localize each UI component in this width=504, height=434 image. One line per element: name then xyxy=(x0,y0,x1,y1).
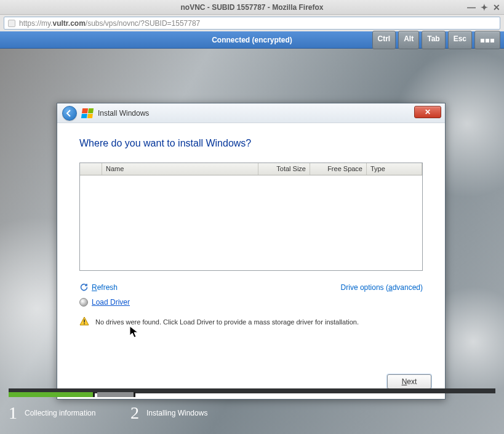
vnc-key-ctrl[interactable]: Ctrl xyxy=(372,31,396,49)
vnc-key-esc[interactable]: Esc xyxy=(448,31,472,49)
col-icon xyxy=(80,163,102,175)
drive-options-post: dvanced) xyxy=(393,283,423,292)
window-title: noVNC - SUBID 1557787 - Mozilla Firefox xyxy=(180,3,323,12)
disc-icon xyxy=(79,298,88,307)
windows-logo-icon xyxy=(81,108,94,118)
refresh-icon xyxy=(79,283,88,292)
col-type[interactable]: Type xyxy=(367,163,422,175)
warning-icon xyxy=(79,316,89,328)
col-name[interactable]: Name xyxy=(102,163,258,175)
load-driver-link[interactable]: Load Driver xyxy=(79,298,130,307)
firefox-titlebar: noVNC - SUBID 1557787 - Mozilla Firefox … xyxy=(0,0,504,15)
drive-list-header: Name Total Size Free Space Type xyxy=(80,163,422,175)
step-1-label: Collecting information xyxy=(25,409,95,417)
progress-step1 xyxy=(9,392,95,397)
dialog-titlebar: Install Windows ✕ xyxy=(57,103,445,123)
page-heading: Where do you want to install Windows? xyxy=(79,138,423,149)
lock-icon xyxy=(8,20,15,27)
vnc-key-alt[interactable]: Alt xyxy=(398,31,419,49)
setup-steps: 1 Collecting information 2 Installing Wi… xyxy=(9,403,495,423)
refresh-label-u: R xyxy=(92,283,97,292)
install-windows-dialog: Install Windows ✕ Where do you want to i… xyxy=(57,103,446,400)
vnc-status-text: Connected (encrypted) xyxy=(212,36,292,44)
warning-row: No drives were found. Click Load Driver … xyxy=(79,316,423,328)
next-button[interactable]: Next xyxy=(387,374,431,389)
vnc-key-tab[interactable]: Tab xyxy=(422,31,445,49)
col-total-size[interactable]: Total Size xyxy=(258,163,310,175)
firefox-addressbar: https://my.vultr.com/subs/vps/novnc/?SUB… xyxy=(0,15,504,31)
step-2-num: 2 xyxy=(130,403,139,423)
url-input[interactable]: https://my.vultr.com/subs/vps/novnc/?SUB… xyxy=(4,17,500,30)
url-prefix: https://my. xyxy=(19,19,52,28)
step-2: 2 Installing Windows xyxy=(130,403,252,423)
progress-track xyxy=(9,388,495,393)
next-post: ext xyxy=(407,377,417,386)
close-icon[interactable]: ✕ xyxy=(493,3,500,12)
refresh-link[interactable]: Refresh xyxy=(79,283,130,292)
maximize-icon[interactable]: ✦ xyxy=(481,3,488,12)
step-2-label: Installing Windows xyxy=(146,409,207,417)
vnc-status-strip: Connected (encrypted) Ctrl Alt Tab Esc xyxy=(0,31,504,49)
step-1: 1 Collecting information xyxy=(9,403,130,423)
svg-rect-0 xyxy=(84,319,85,323)
dialog-close-button[interactable]: ✕ xyxy=(414,106,441,118)
minimize-icon[interactable]: — xyxy=(467,3,476,12)
refresh-label: efresh xyxy=(97,283,118,292)
vnc-viewport: Connected (encrypted) Ctrl Alt Tab Esc I… xyxy=(0,31,504,434)
warning-text: No drives were found. Click Load Driver … xyxy=(95,318,359,326)
step-1-num: 1 xyxy=(9,403,17,423)
svg-rect-1 xyxy=(84,323,85,324)
drive-options-u: a xyxy=(388,283,393,292)
drive-options-pre: Drive options ( xyxy=(341,283,388,292)
dialog-title: Install Windows xyxy=(98,109,149,118)
url-host: vultr.com xyxy=(52,19,85,28)
vnc-key-cad[interactable] xyxy=(474,31,500,49)
back-button[interactable] xyxy=(62,106,77,121)
drive-options-link[interactable]: Drive options (advanced) xyxy=(341,283,423,307)
col-free-space[interactable]: Free Space xyxy=(310,163,367,175)
drive-list[interactable]: Name Total Size Free Space Type xyxy=(79,163,423,271)
load-driver-label: Load Driver xyxy=(92,298,130,307)
url-path: /subs/vps/novnc/?SUBID=1557787 xyxy=(86,19,200,28)
progress-step2 xyxy=(97,392,135,397)
